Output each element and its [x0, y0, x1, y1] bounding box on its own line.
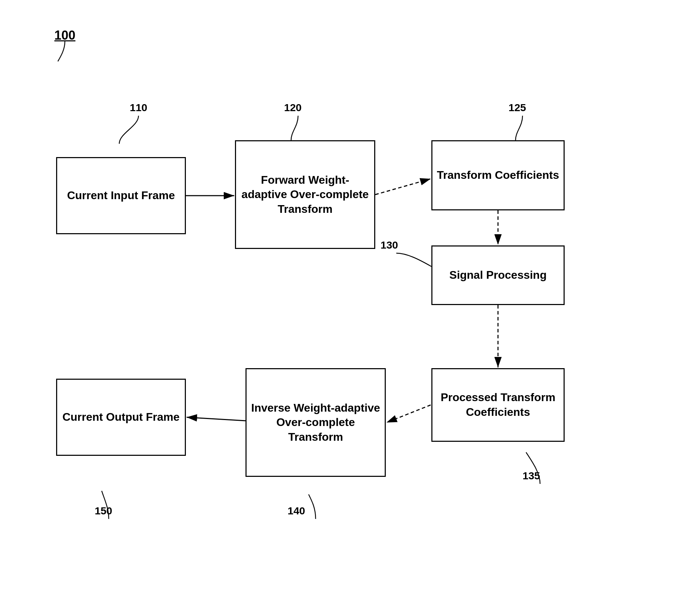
block-current-input-frame: Current Input Frame [56, 157, 186, 234]
diagram-container: 100 Current Input Frame 110 Forward Weig… [0, 0, 700, 615]
block-signal-processing: Signal Processing [431, 245, 565, 305]
svg-line-3 [375, 179, 431, 195]
block-transform-coefficients: Transform Coefficients [431, 140, 565, 210]
block-inverse-transform: Inverse Weight-adaptive Over-complete Tr… [245, 368, 386, 477]
block-processed-transform-coefficients: Processed Transform Coefficients [431, 368, 565, 442]
block-forward-transform: Forward Weight-adaptive Over-complete Tr… [235, 140, 375, 249]
block-current-output-frame: Current Output Frame [56, 379, 186, 456]
ref-125: 125 [509, 102, 526, 114]
diagram-ref-100: 100 [54, 28, 75, 43]
ref-140: 140 [288, 505, 305, 517]
diagram-arrows [0, 0, 700, 615]
ref-120: 120 [284, 102, 302, 114]
ref-150: 150 [95, 505, 112, 517]
svg-line-6 [386, 405, 431, 423]
ref-130: 130 [381, 239, 398, 251]
ref-110: 110 [130, 102, 147, 114]
svg-line-7 [187, 417, 245, 421]
ref-135: 135 [523, 470, 540, 482]
